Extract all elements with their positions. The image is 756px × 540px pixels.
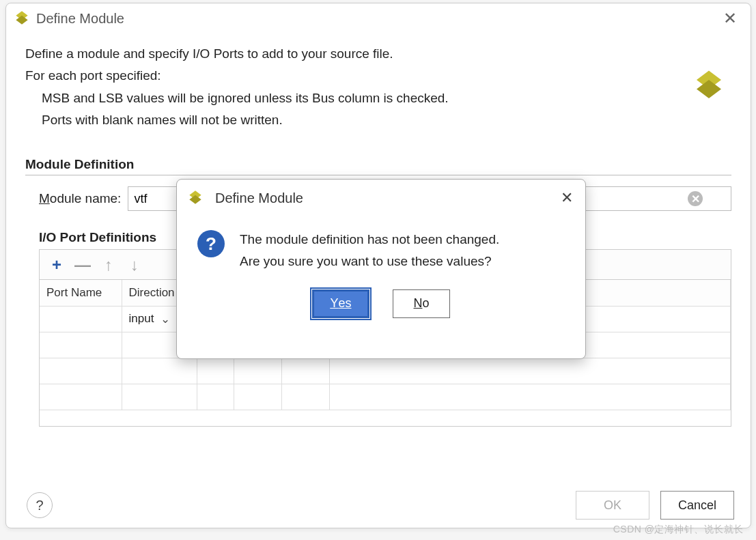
instructions-block: Define a module and specify I/O Ports to… xyxy=(6,33,751,137)
no-button[interactable]: No xyxy=(393,289,450,318)
watermark: CSDN @定海神针、说长就长 xyxy=(613,524,744,536)
ok-button[interactable]: OK xyxy=(576,491,649,520)
modal-close-icon[interactable]: ✕ xyxy=(558,186,576,210)
instruction-line: MSB and LSB values will be ignored unles… xyxy=(42,87,731,109)
direction-value: input xyxy=(129,312,154,326)
modal-title: Define Module xyxy=(215,190,558,206)
question-icon: ? xyxy=(197,230,225,257)
instruction-line: For each port specified: xyxy=(25,65,731,87)
remove-port-button[interactable]: — xyxy=(71,253,94,276)
help-button[interactable]: ? xyxy=(27,492,53,518)
yes-button[interactable]: Yes xyxy=(312,289,369,318)
cell-port-name[interactable] xyxy=(40,306,122,332)
modal-titlebar: Define Module ✕ xyxy=(177,180,585,216)
move-up-button[interactable]: ↑ xyxy=(97,253,120,276)
cancel-button[interactable]: Cancel xyxy=(660,491,734,520)
close-icon[interactable]: ✕ xyxy=(719,8,741,29)
chevron-down-icon[interactable]: ⌄ xyxy=(160,312,170,326)
modal-line: The module definition has not been chang… xyxy=(240,229,499,251)
modal-message: The module definition has not been chang… xyxy=(240,229,499,273)
modal-body: ? The module definition has not been cha… xyxy=(177,216,585,280)
instruction-line: Ports with blank names will not be writt… xyxy=(42,109,731,131)
titlebar: Define Module ✕ xyxy=(6,3,751,33)
col-port-name: Port Name xyxy=(40,280,122,306)
vivado-logo-icon xyxy=(690,68,727,104)
modal-footer: Yes No xyxy=(177,280,585,318)
move-down-button[interactable]: ↓ xyxy=(123,253,146,276)
table-row[interactable] xyxy=(40,358,731,384)
dialog-footer: ? OK Cancel xyxy=(6,491,751,520)
module-definition-header: Module Definition xyxy=(25,157,731,175)
confirm-modal: Define Module ✕ ? The module definition … xyxy=(176,179,586,359)
add-port-button[interactable]: + xyxy=(45,253,68,276)
modal-line: Are you sure you want to use these value… xyxy=(240,251,499,272)
instruction-line: Define a module and specify I/O Ports to… xyxy=(25,43,731,65)
app-logo-icon xyxy=(186,189,204,207)
dialog-title: Define Module xyxy=(36,11,719,27)
module-name-label: Module name: xyxy=(39,191,121,206)
table-row[interactable] xyxy=(40,384,731,410)
app-logo-icon xyxy=(13,10,31,27)
